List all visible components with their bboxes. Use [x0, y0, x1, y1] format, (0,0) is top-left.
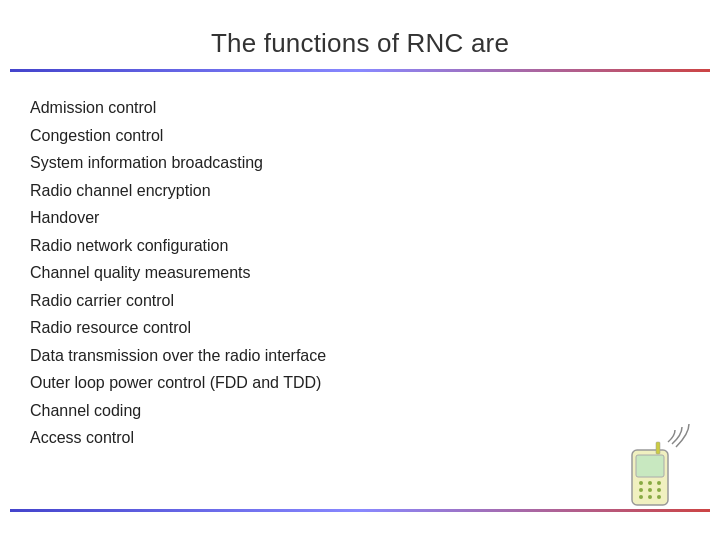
- list-item: Admission control: [30, 94, 690, 122]
- list-item: Radio carrier control: [30, 287, 690, 315]
- svg-point-3: [648, 481, 652, 485]
- svg-point-2: [639, 481, 643, 485]
- svg-rect-1: [636, 455, 664, 477]
- list-item: Channel quality measurements: [30, 259, 690, 287]
- slide: The functions of RNC are Admission contr…: [0, 0, 720, 540]
- content-area: Admission controlCongestion controlSyste…: [0, 72, 720, 462]
- list-item: Radio network configuration: [30, 232, 690, 260]
- svg-point-7: [657, 488, 661, 492]
- svg-point-5: [639, 488, 643, 492]
- title-area: The functions of RNC are: [0, 0, 720, 69]
- list-item: Handover: [30, 204, 690, 232]
- svg-point-9: [648, 495, 652, 499]
- phone-illustration: [610, 422, 690, 502]
- list-item: Channel coding: [30, 397, 690, 425]
- svg-rect-11: [656, 442, 660, 454]
- svg-point-4: [657, 481, 661, 485]
- bottom-divider: [10, 509, 710, 512]
- svg-point-8: [639, 495, 643, 499]
- list-item: Radio resource control: [30, 314, 690, 342]
- list-item: Outer loop power control (FDD and TDD): [30, 369, 690, 397]
- slide-title: The functions of RNC are: [211, 28, 509, 58]
- list-item: Congestion control: [30, 122, 690, 150]
- svg-point-6: [648, 488, 652, 492]
- list-item: Data transmission over the radio interfa…: [30, 342, 690, 370]
- list-item: System information broadcasting: [30, 149, 690, 177]
- list-item: Access control: [30, 424, 690, 452]
- svg-point-10: [657, 495, 661, 499]
- list-item: Radio channel encryption: [30, 177, 690, 205]
